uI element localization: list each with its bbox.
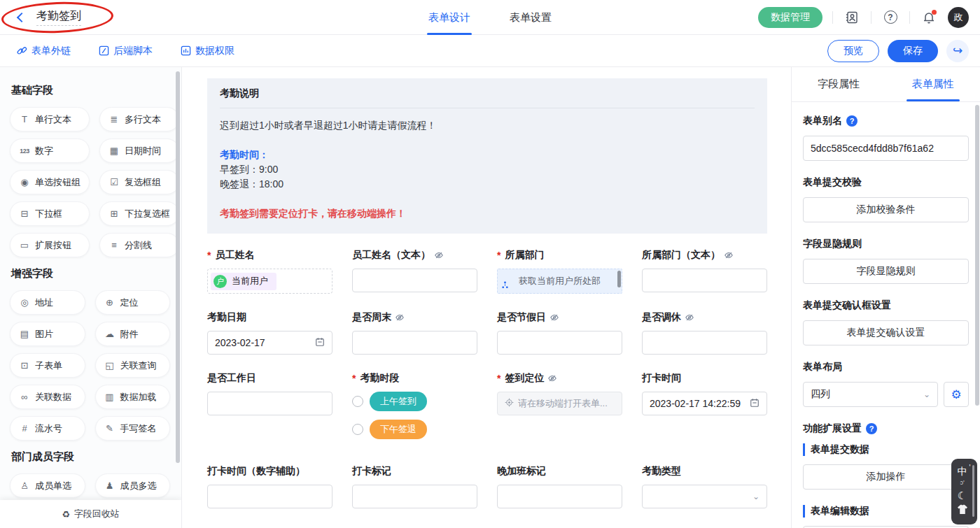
field-item-radio-group[interactable]: ◉单选按钮组 [10,170,90,194]
field-item-single-line-text[interactable]: T单行文本 [10,107,90,131]
radio-button[interactable] [352,424,363,435]
tab-form-design[interactable]: 表单设计 [428,0,470,35]
relation-data-icon: ∞ [19,392,30,402]
field-item-subform[interactable]: ⊡子表单 [10,353,85,378]
help-question-icon[interactable]: ? [866,423,877,434]
field-item-extend-button[interactable]: ▭扩展按钮 [10,233,90,257]
submit-data-add-button[interactable]: 添加操作 [803,464,969,490]
text-input[interactable] [497,331,622,355]
field-checkin-location[interactable]: *签到定位 请在移动端打开表单... [497,372,622,448]
preview-button[interactable]: 预览 [827,40,879,62]
field-item-divider[interactable]: ≡分割线 [99,233,179,257]
sidebar-scrollbar[interactable] [176,71,180,463]
field-punch-time[interactable]: 打卡时间 2023-02-17 14:22:59 [642,372,767,448]
text-input[interactable] [642,331,767,355]
field-punch-time-number[interactable]: 打卡时间（数字辅助） [207,465,332,508]
contacts-icon[interactable] [843,8,861,27]
attendance-notice-block[interactable]: 考勤说明 迟到超过1小时或者早退超过1小时请走请假流程！ 考勤时间： 早签到：9… [207,78,767,234]
current-user-control[interactable]: 户 当前用户 [207,269,332,294]
field-item-location[interactable]: ⊕定位 [95,290,171,315]
field-item-relation-data[interactable]: ∞关联数据 [10,385,85,409]
field-employee-name-text[interactable]: 员工姓名（文本） [352,249,477,294]
relation-query-icon: ◱ [104,360,115,371]
field-department[interactable]: *所属部门 获取当前用户所处部 [497,249,622,294]
image-icon: ▤ [19,329,30,339]
tab-form-settings[interactable]: 表单设置 [510,0,552,35]
field-item-address[interactable]: ◎地址 [10,290,85,315]
field-attendance-type[interactable]: 考勤类型 ⌄ [642,465,767,508]
period-option-afternoon[interactable]: 下午签退 [352,420,477,439]
field-item-member-multi[interactable]: ♟成员多选 [95,473,171,498]
theme-shirt-icon[interactable] [957,504,968,517]
notification-bell-icon[interactable] [920,8,938,27]
help-question-icon[interactable]: ? [846,115,858,127]
text-input[interactable] [352,331,477,355]
form-alias-input[interactable]: 5dcc585cecd4fdd8b7f61a62 [803,136,969,161]
radio-button[interactable] [352,396,363,407]
field-employee-name[interactable]: *员工姓名 户 当前用户 [207,249,332,294]
person-icon: ♙ [19,480,30,491]
period-option-morning[interactable]: 上午签到 [352,392,477,411]
save-button[interactable]: 保存 [888,40,938,62]
panel-scrollbar[interactable] [975,105,979,406]
field-item-image[interactable]: ▤图片 [10,322,85,346]
tab-field-properties[interactable]: 字段属性 [792,67,886,101]
dropdown-icon: ⊟ [19,208,30,219]
text-input[interactable] [352,485,477,508]
hidden-eye-icon [685,313,694,322]
field-overtime-mark[interactable]: 晚加班标记 [497,465,622,508]
field-is-holiday[interactable]: 是否节假日 [497,311,622,355]
data-manage-button[interactable]: 数据管理 [758,7,822,28]
field-item-dropdown[interactable]: ⊟下拉框 [10,201,90,226]
field-recycle-bin[interactable]: ♻ 字段回收站 [0,500,181,528]
text-input[interactable] [207,392,332,415]
datetime-input[interactable]: 2023-02-17 14:22:59 [642,392,767,415]
field-item-data-loading[interactable]: ▥数据加载 [95,385,171,409]
org-icon [502,280,508,291]
backend-script-action[interactable]: 后端脚本 [99,45,153,57]
language-toggle[interactable]: 中 [958,466,967,476]
text-input[interactable] [207,485,332,508]
field-item-relation-query[interactable]: ◱关联查询 [95,353,171,378]
field-item-signature[interactable]: ✎手写签名 [95,416,171,441]
layout-select[interactable]: 四列 ⌄ [803,382,938,407]
field-item-multi-dropdown[interactable]: ⊞下拉复选框 [99,201,179,226]
attendance-type-select[interactable]: ⌄ [642,485,767,508]
field-is-workday[interactable]: 是否工作日 [207,372,332,448]
pen-icon: ✎ [104,423,115,434]
field-is-weekend[interactable]: 是否周末 [352,311,477,355]
share-button[interactable]: ↪ [946,40,969,62]
back-button[interactable] [11,8,29,27]
field-punch-mark[interactable]: 打卡标记 [352,465,477,508]
field-item-checkbox-group[interactable]: ☑复选框组 [99,170,179,194]
add-validation-button[interactable]: 添加校验条件 [803,197,969,222]
location-input[interactable]: 请在移动端打开表单... [497,392,622,415]
external-link-action[interactable]: 表单外链 [17,45,71,57]
field-item-member-single[interactable]: ♙成员单选 [10,473,85,498]
field-attendance-period[interactable]: *考勤时段 上午签到 下午签退 [352,372,477,448]
tab-form-properties[interactable]: 表单属性 [886,67,980,101]
department-auto-control[interactable]: 获取当前用户所处部 [497,269,622,294]
single-line-text-icon: T [19,114,30,124]
text-input[interactable] [497,485,622,508]
field-visibility-button[interactable]: 字段显隐规则 [803,259,969,284]
help-icon[interactable]: ? [881,8,899,27]
text-input[interactable] [642,269,767,292]
field-is-adjust-rest[interactable]: 是否调休 [642,311,767,355]
submit-confirm-button[interactable]: 表单提交确认设置 [803,320,969,345]
field-attendance-date[interactable]: 考勤日期 2023-02-17 [207,311,332,355]
form-title[interactable]: 考勤签到 [36,9,81,26]
data-permission-action[interactable]: 数据权限 [181,45,234,57]
text-input[interactable] [352,269,477,292]
layout-settings-button[interactable]: ⚙ [944,382,969,407]
field-item-attachment[interactable]: ☁附件 [95,322,171,346]
date-input[interactable]: 2023-02-17 [207,331,332,355]
dark-mode-moon-icon[interactable]: ☾ [958,490,967,501]
field-item-serial-number[interactable]: #流水号 [10,416,85,441]
field-department-text[interactable]: 所属部门（文本） [642,249,767,294]
user-avatar[interactable]: 政 [948,7,969,28]
field-item-multi-line-text[interactable]: ≣多行文本 [99,107,179,131]
dept-scrollbar[interactable] [617,271,621,287]
field-item-number[interactable]: 123数字 [10,138,90,163]
field-item-datetime[interactable]: ▦日期时间 [99,138,179,163]
